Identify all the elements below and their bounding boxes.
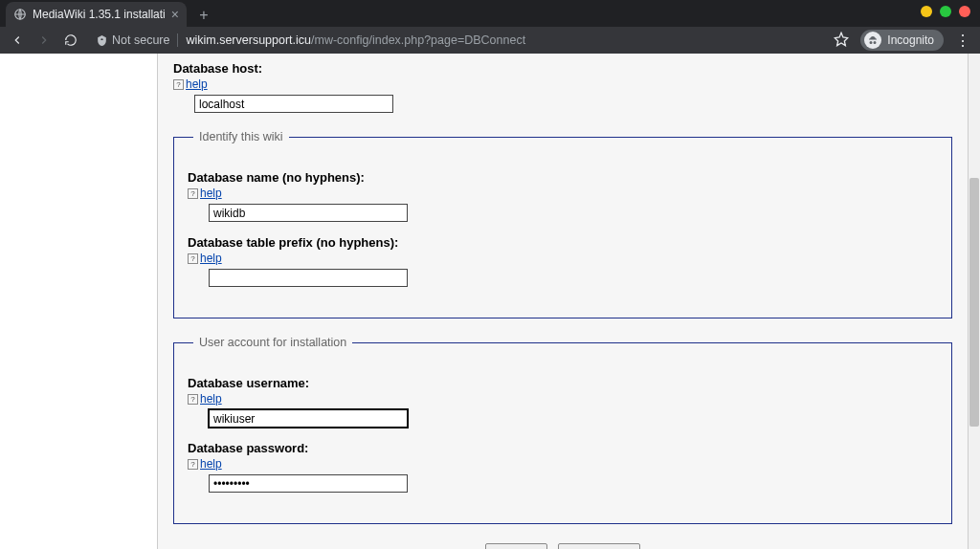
db-user-input[interactable] [209, 409, 408, 428]
fieldset-user-account: User account for installation Database u… [173, 336, 952, 524]
help-row: ? help [188, 187, 938, 200]
incognito-label: Incognito [887, 33, 934, 47]
continue-button[interactable]: Continue → [558, 543, 639, 549]
help-row: ? help [188, 392, 938, 406]
install-form: Database host: ? help Identify this wiki… [157, 54, 969, 549]
db-pass-input[interactable] [209, 474, 408, 493]
back-button[interactable] [10, 33, 25, 48]
back-button-form[interactable]: ← Back [485, 543, 546, 549]
db-host-input[interactable] [194, 95, 393, 113]
new-tab-button[interactable]: + [192, 4, 215, 27]
minimize-icon[interactable] [921, 6, 932, 17]
close-icon[interactable]: × [171, 8, 179, 21]
browser-tab[interactable]: MediaWiki 1.35.1 installati × [6, 2, 187, 27]
db-user-label: Database username: [188, 376, 938, 390]
window-controls [921, 6, 970, 17]
url-text: wikim.serversupport.icu/mw-config/index.… [186, 33, 525, 47]
field-db-pass: Database password: ? help [188, 441, 938, 493]
db-prefix-input[interactable] [209, 269, 408, 287]
security-label: Not secure [112, 33, 169, 47]
maximize-icon[interactable] [940, 6, 951, 17]
help-link[interactable]: help [200, 457, 222, 471]
db-pass-label: Database password: [188, 441, 938, 455]
address-bar: Not secure wikim.serversupport.icu/mw-co… [0, 27, 980, 54]
field-db-name: Database name (no hyphens): ? help [188, 170, 938, 222]
help-icon: ? [188, 253, 198, 264]
help-row: ? help [188, 252, 938, 265]
help-row: ? help [188, 457, 938, 471]
scrollbar[interactable] [969, 54, 980, 549]
globe-icon [13, 8, 27, 21]
url-path: /mw-config/index.php?page=DBConnect [311, 33, 525, 47]
security-indicator[interactable]: Not secure [96, 33, 178, 47]
field-db-user: Database username: ? help [188, 376, 938, 428]
url-bar[interactable]: Not secure wikim.serversupport.icu/mw-co… [90, 33, 822, 47]
user-legend: User account for installation [193, 336, 352, 349]
identify-legend: Identify this wiki [193, 130, 289, 143]
reload-button[interactable] [63, 33, 78, 48]
forward-button[interactable] [36, 33, 52, 48]
browser-chrome: MediaWiki 1.35.1 installati × + Not secu… [0, 0, 980, 54]
incognito-badge[interactable]: Incognito [860, 30, 944, 51]
db-name-input[interactable] [209, 204, 408, 222]
help-link[interactable]: help [200, 187, 222, 200]
tab-title: MediaWiki 1.35.1 installati [33, 8, 166, 21]
incognito-icon [864, 32, 881, 49]
fieldset-identify: Identify this wiki Database name (no hyp… [173, 130, 952, 318]
db-name-label: Database name (no hyphens): [188, 170, 938, 185]
help-icon: ? [188, 394, 198, 405]
db-prefix-label: Database table prefix (no hyphens): [188, 235, 938, 250]
help-icon: ? [188, 459, 198, 470]
close-window-icon[interactable] [959, 6, 970, 17]
help-icon: ? [173, 79, 184, 90]
help-row: ? help [173, 77, 952, 91]
help-icon: ? [188, 188, 198, 199]
db-host-label: Database host: [173, 61, 952, 76]
star-icon[interactable] [834, 32, 849, 50]
help-link[interactable]: help [186, 77, 208, 91]
tab-bar: MediaWiki 1.35.1 installati × + [0, 0, 980, 27]
button-bar: ← Back Continue → [173, 543, 952, 549]
scrollbar-thumb[interactable] [969, 178, 979, 427]
page-viewport: Database host: ? help Identify this wiki… [0, 54, 980, 549]
field-db-prefix: Database table prefix (no hyphens): ? he… [188, 235, 938, 287]
url-host: wikim.serversupport.icu [186, 33, 311, 47]
menu-icon[interactable]: ⋮ [955, 32, 970, 50]
field-db-host: Database host: ? help [173, 61, 952, 113]
help-link[interactable]: help [200, 252, 222, 265]
help-link[interactable]: help [200, 392, 222, 406]
